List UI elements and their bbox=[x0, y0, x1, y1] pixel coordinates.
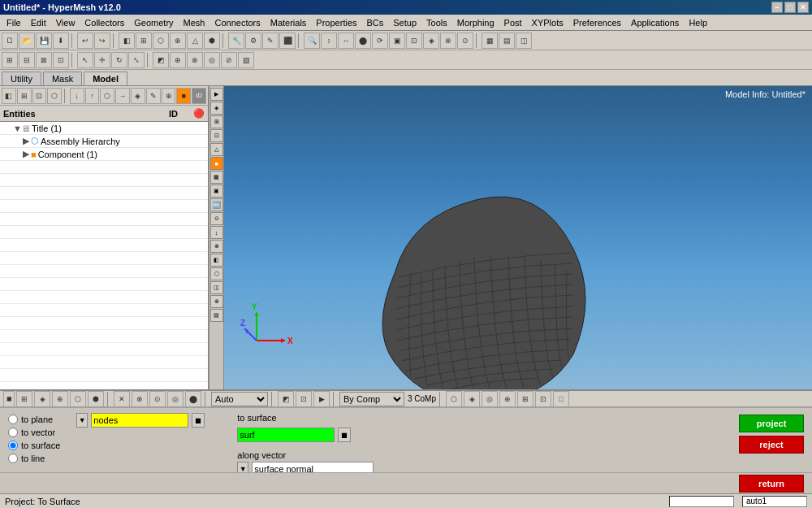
tb-btn21[interactable]: ⊗ bbox=[440, 33, 456, 49]
minimize-button[interactable]: − bbox=[771, 2, 783, 13]
tb-btn14[interactable]: ↕ bbox=[321, 33, 337, 49]
tb-btn4[interactable]: ⊞ bbox=[136, 33, 152, 49]
viewport[interactable]: Model Info: Untitled* bbox=[224, 86, 812, 389]
tb-btn12[interactable]: ⬛ bbox=[279, 33, 296, 49]
vp-nav-9[interactable]: 🔤 bbox=[210, 198, 223, 211]
tb-btn19[interactable]: ⊡ bbox=[406, 33, 422, 49]
vptb-btn2[interactable]: ⊞ bbox=[16, 391, 32, 407]
tb2-scale[interactable]: ⤡ bbox=[128, 52, 145, 68]
vptb-btn7[interactable]: ✕ bbox=[114, 391, 130, 407]
menu-file[interactable]: File bbox=[2, 16, 26, 29]
tb2-btn2[interactable]: ⊟ bbox=[19, 52, 35, 68]
tb-btn7[interactable]: △ bbox=[187, 33, 203, 49]
tb-undo[interactable]: ↩ bbox=[77, 33, 93, 49]
menu-view[interactable]: View bbox=[51, 16, 80, 29]
vp-nav-7[interactable]: ▦ bbox=[210, 171, 223, 184]
menu-connectors[interactable]: Connectors bbox=[209, 16, 265, 29]
menu-post[interactable]: Post bbox=[499, 16, 527, 29]
vptb-btn9[interactable]: ⊙ bbox=[149, 391, 166, 407]
vptb-btn3[interactable]: ◈ bbox=[34, 391, 50, 407]
lp-btn6[interactable]: ↑ bbox=[85, 88, 100, 104]
vp-nav-14[interactable]: ⬡ bbox=[210, 267, 223, 280]
tb-import[interactable]: ⬇ bbox=[53, 33, 69, 49]
vptb-btn13[interactable]: ⊡ bbox=[296, 391, 312, 407]
menu-setup[interactable]: Setup bbox=[388, 16, 421, 29]
menu-mesh[interactable]: Mesh bbox=[179, 16, 210, 29]
lp-btn4[interactable]: ⬡ bbox=[47, 88, 62, 104]
lp-btn2[interactable]: ⊞ bbox=[17, 88, 32, 104]
tb2-btn10[interactable]: ⊕ bbox=[170, 52, 186, 68]
tb2-btn12[interactable]: ◎ bbox=[204, 52, 220, 68]
tree-row-component[interactable]: ▶ ■ Component (1) bbox=[0, 148, 208, 161]
vp-nav-3[interactable]: ⊞ bbox=[210, 115, 223, 128]
tb-btn17[interactable]: ⟳ bbox=[372, 33, 388, 49]
vp-nav-12[interactable]: ⊗ bbox=[210, 240, 223, 253]
tb-btn22[interactable]: ⊙ bbox=[457, 33, 473, 49]
tree-row-title[interactable]: ▼ 🖥 Title (1) bbox=[0, 122, 208, 135]
menu-morphing[interactable]: Morphing bbox=[452, 16, 499, 29]
tb2-select[interactable]: ↖ bbox=[77, 52, 93, 68]
lp-btn9[interactable]: ◈ bbox=[131, 88, 145, 104]
vptb-btn18[interactable]: ⊕ bbox=[499, 391, 516, 407]
radio-surface-input[interactable] bbox=[8, 441, 18, 450]
tb-btn3[interactable]: ◧ bbox=[119, 33, 135, 49]
menu-applications[interactable]: Applications bbox=[626, 16, 684, 29]
lp-btn7[interactable]: ⬡ bbox=[100, 88, 114, 104]
lp-btn1[interactable]: ◧ bbox=[2, 88, 16, 104]
tb-btn6[interactable]: ⊕ bbox=[170, 33, 186, 49]
nodes-input[interactable] bbox=[91, 413, 188, 428]
vp-nav-16[interactable]: ⊕ bbox=[210, 295, 223, 308]
tb2-rotate[interactable]: ↻ bbox=[111, 52, 127, 68]
surface-input[interactable] bbox=[237, 428, 335, 442]
tb-btn11[interactable]: ✎ bbox=[262, 33, 279, 49]
vptb-btn14[interactable]: ▶ bbox=[313, 391, 330, 407]
vp-nav-8[interactable]: ▣ bbox=[210, 185, 223, 198]
tb-btn24[interactable]: ▤ bbox=[499, 33, 515, 49]
vp-nav-4[interactable]: ⊡ bbox=[210, 129, 223, 142]
vptb-btn17[interactable]: ◎ bbox=[482, 391, 498, 407]
menu-edit[interactable]: Edit bbox=[26, 16, 51, 29]
lp-btn11[interactable]: ⊕ bbox=[162, 88, 176, 104]
tb-btn16[interactable]: ⬤ bbox=[355, 33, 371, 49]
vptb-btn16[interactable]: ◈ bbox=[464, 391, 480, 407]
lp-btn3[interactable]: ⊡ bbox=[32, 88, 47, 104]
vptb-btn21[interactable]: □ bbox=[553, 391, 569, 407]
vptb-btn20[interactable]: ⊡ bbox=[535, 391, 551, 407]
vp-nav-11[interactable]: ↕ bbox=[210, 226, 223, 239]
radio-line-input[interactable] bbox=[8, 454, 18, 463]
tree-row-assembly[interactable]: ▶ ⬡ Assembly Hierarchy bbox=[0, 135, 208, 148]
nodes-dropdown[interactable]: ▼ bbox=[76, 413, 88, 428]
vp-nav-10[interactable]: ⊙ bbox=[210, 212, 223, 225]
tb2-btn9[interactable]: ◩ bbox=[153, 52, 169, 68]
vp-nav-2[interactable]: ◈ bbox=[210, 102, 223, 115]
lp-id[interactable]: ID bbox=[192, 88, 206, 104]
vptb-btn1[interactable]: ◼ bbox=[3, 391, 15, 407]
tb-btn23[interactable]: ▦ bbox=[482, 33, 498, 49]
tb-btn5[interactable]: ⬡ bbox=[153, 33, 169, 49]
vptb-btn5[interactable]: ⬡ bbox=[70, 391, 86, 407]
tb-btn18[interactable]: ▣ bbox=[389, 33, 405, 49]
vptb-btn12[interactable]: ◩ bbox=[278, 391, 294, 407]
tb2-btn4[interactable]: ⊡ bbox=[53, 52, 69, 68]
by-comp-select[interactable]: By Comp bbox=[339, 392, 404, 406]
lp-colour[interactable]: ■ bbox=[176, 88, 191, 104]
menu-properties[interactable]: Properties bbox=[311, 16, 361, 29]
vptb-btn6[interactable]: ⬢ bbox=[88, 391, 104, 407]
tb2-btn3[interactable]: ⊠ bbox=[36, 52, 52, 68]
nodes-end-btn[interactable]: ⏹ bbox=[192, 413, 205, 428]
vptb-btn8[interactable]: ⊗ bbox=[132, 391, 148, 407]
tb2-btn14[interactable]: ▧ bbox=[238, 52, 254, 68]
radio-plane-input[interactable] bbox=[8, 415, 18, 424]
tb-btn8[interactable]: ⬢ bbox=[204, 33, 220, 49]
vptb-btn15[interactable]: ⬡ bbox=[446, 391, 462, 407]
vp-nav-1[interactable]: ▶ bbox=[210, 88, 223, 101]
tb-open[interactable]: 📂 bbox=[19, 33, 35, 49]
maximize-button[interactable]: □ bbox=[784, 2, 796, 13]
tb-btn10[interactable]: ⚙ bbox=[245, 33, 261, 49]
tb-btn15[interactable]: ↔ bbox=[338, 33, 354, 49]
tb-btn20[interactable]: ◈ bbox=[423, 33, 439, 49]
tab-utility[interactable]: Utility bbox=[2, 72, 41, 85]
vptb-btn10[interactable]: ◎ bbox=[167, 391, 184, 407]
vp-nav-6[interactable]: ■ bbox=[210, 157, 223, 170]
tb-redo[interactable]: ↪ bbox=[94, 33, 110, 49]
